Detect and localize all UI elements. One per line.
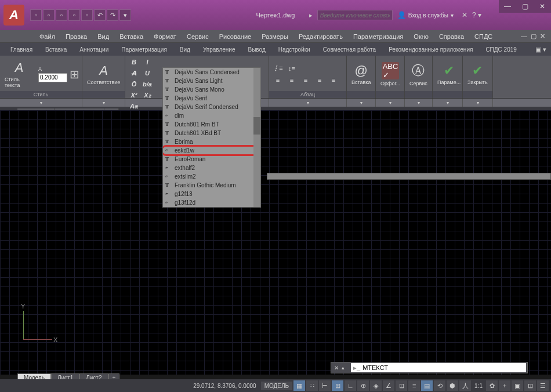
login-button[interactable]: 👤 Вход в службы ▾ xyxy=(397,11,454,19)
font-option[interactable]: 𝐓Franklin Gothic Medium xyxy=(163,181,260,190)
tab-view[interactable]: Вид xyxy=(174,45,196,55)
close-editor-button[interactable]: ✔Закрыть xyxy=(465,62,490,86)
font-option[interactable]: 𝐓DejaVu Serif Condensed xyxy=(163,103,260,111)
qat-print-icon[interactable]: ▫ xyxy=(81,9,93,21)
menu-help[interactable]: Справка xyxy=(434,32,469,41)
font-option[interactable]: 𝐓Dutch801 Rm BT xyxy=(163,120,260,129)
menu-file[interactable]: Файл xyxy=(35,32,60,41)
annomonitor-icon[interactable]: + xyxy=(499,380,510,391)
expand-close[interactable]: ▾ xyxy=(463,99,493,107)
align-right-button[interactable]: ≡ xyxy=(299,75,312,85)
font-option[interactable]: 𝄐g12f13 xyxy=(163,190,260,198)
tab-spds[interactable]: СПДС 2019 xyxy=(480,45,522,55)
workspace-icon[interactable]: ✿ xyxy=(486,380,498,391)
doc-minimize-icon[interactable]: — xyxy=(521,32,527,40)
stack-button[interactable]: b/a xyxy=(141,79,154,89)
font-option[interactable]: 𝄐extslim2 xyxy=(163,172,260,181)
font-option[interactable]: 𝐓EuroRoman xyxy=(163,155,260,164)
scale-label[interactable]: 1:1 xyxy=(472,383,485,389)
hardware-icon[interactable]: ⊡ xyxy=(524,380,536,391)
align-center-button[interactable]: ≡ xyxy=(285,75,298,85)
cmd-close-icon[interactable]: ✕ xyxy=(331,365,342,371)
osnap-toggle[interactable]: ∠ xyxy=(383,380,394,391)
menu-insert[interactable]: Вставка xyxy=(115,32,148,41)
text-height-input[interactable] xyxy=(38,73,67,82)
ribbon-options-icon[interactable]: ▣ ▾ xyxy=(535,46,551,53)
drawing-canvas[interactable]: Y X xyxy=(0,110,551,375)
spellcheck-button[interactable]: ABC✓Орфог... xyxy=(378,61,403,88)
insert-button[interactable]: @Вставка xyxy=(349,62,373,86)
bold-button[interactable]: B xyxy=(128,57,140,67)
cmd-history-icon[interactable]: ▴ xyxy=(342,365,350,371)
dyn-toggle[interactable]: ⊞ xyxy=(332,380,343,391)
tab-parametric[interactable]: Параметризация xyxy=(115,45,173,55)
expand-tools[interactable]: ▾ xyxy=(405,99,433,107)
annoscale-icon[interactable]: 人 xyxy=(459,380,471,391)
expand-style[interactable]: ▾ xyxy=(0,99,82,107)
search-input[interactable] xyxy=(317,10,393,20)
underline-button[interactable]: U xyxy=(141,68,154,78)
menu-modify[interactable]: Редактировать xyxy=(294,32,347,41)
text-style-button[interactable]: AСтиль текста xyxy=(2,59,36,89)
menu-parametric[interactable]: Параметризация xyxy=(349,32,408,41)
app-icon[interactable]: A xyxy=(3,5,24,26)
tab-addins[interactable]: Надстройки xyxy=(273,45,316,55)
font-option[interactable]: 𝐓DejaVu Serif xyxy=(163,94,260,103)
font-dropdown-list[interactable]: 𝐓DejaVu Sans Condensed𝐓DejaVu Sans Light… xyxy=(162,67,261,208)
tab-manage[interactable]: Управление xyxy=(197,45,241,55)
bullets-button[interactable]: ⋮≡ xyxy=(271,63,284,74)
menu-window[interactable]: Окно xyxy=(409,32,433,41)
command-line[interactable]: ✕ ▴ ▸_МТЕКСТ xyxy=(331,362,528,373)
qat-more-icon[interactable]: ▾ xyxy=(119,9,131,21)
font-option[interactable]: 𝄐g13f12d xyxy=(163,198,260,207)
infer-toggle[interactable]: ⊢ xyxy=(319,380,331,391)
font-option[interactable]: 𝐓DejaVu Sans Light xyxy=(163,77,260,85)
cleanscreen-icon[interactable]: ☰ xyxy=(537,380,549,391)
menu-spds[interactable]: СПДС xyxy=(470,32,497,41)
ortho-toggle[interactable]: ∟ xyxy=(345,380,356,391)
qat-redo-icon[interactable]: ↷ xyxy=(107,9,118,21)
justify-button[interactable]: ≡ xyxy=(313,75,326,85)
distribute-button[interactable]: ≡ xyxy=(327,75,340,85)
otrack-toggle[interactable]: ⊡ xyxy=(396,380,407,391)
lwt-toggle[interactable]: ≡ xyxy=(408,380,420,391)
menu-view[interactable]: Вид xyxy=(93,32,114,41)
tab-home[interactable]: Главная xyxy=(5,45,38,55)
tab-insert[interactable]: Вставка xyxy=(39,45,72,55)
dropdown-scrollbar[interactable] xyxy=(253,68,260,207)
maximize-button[interactable]: ▢ xyxy=(516,0,534,13)
polar-toggle[interactable]: ⊕ xyxy=(357,380,369,391)
expand-spell[interactable]: ▾ xyxy=(376,99,405,107)
expand-insert[interactable]: ▾ xyxy=(347,99,376,107)
font-option[interactable]: 𝄐exthalf2 xyxy=(163,164,260,172)
qat-undo-icon[interactable]: ↶ xyxy=(94,9,106,21)
tab-collab[interactable]: Совместная работа xyxy=(317,45,382,55)
font-option[interactable]: 𝐓DejaVu Sans Mono xyxy=(163,85,260,94)
snap-toggle[interactable]: ∷ xyxy=(306,380,318,391)
model-space-button[interactable]: МОДЕЛЬ xyxy=(261,382,292,390)
minimize-button[interactable]: — xyxy=(499,0,516,13)
layer-icon[interactable]: ⊞ xyxy=(70,67,79,81)
close-button[interactable]: ✕ xyxy=(534,0,551,13)
3dosnap-toggle[interactable]: ⬢ xyxy=(447,380,458,391)
grid-toggle[interactable]: ▦ xyxy=(293,380,305,391)
match-button[interactable]: AСоответствие xyxy=(85,62,122,86)
qat-open-icon[interactable]: ▫ xyxy=(43,9,55,21)
qat-new-icon[interactable]: ▫ xyxy=(30,9,42,21)
expand-opts[interactable]: ▾ xyxy=(433,99,463,107)
qat-save-icon[interactable]: ▫ xyxy=(56,9,67,21)
scroll-thumb[interactable] xyxy=(253,117,260,135)
options-button[interactable]: ✔Параме... xyxy=(435,62,463,86)
cmd-input[interactable]: ▸_МТЕКСТ xyxy=(351,363,526,372)
font-option[interactable]: 𝐓DejaVu Sans Condensed xyxy=(163,68,260,77)
align-left-button[interactable]: ≡ xyxy=(271,75,284,85)
doc-restore-icon[interactable]: ▢ xyxy=(531,32,536,40)
tab-annotations[interactable]: Аннотации xyxy=(74,45,114,55)
menu-edit[interactable]: Правка xyxy=(61,32,92,41)
expand-para[interactable]: ▾ xyxy=(269,99,347,107)
menu-dimension[interactable]: Размеры xyxy=(257,32,293,41)
strike-button[interactable]: A̶ xyxy=(128,68,140,78)
tab-output[interactable]: Вывод xyxy=(242,45,271,55)
transparency-toggle[interactable]: ▤ xyxy=(421,380,433,391)
help-dd-icon[interactable]: ? ▾ xyxy=(472,11,481,19)
